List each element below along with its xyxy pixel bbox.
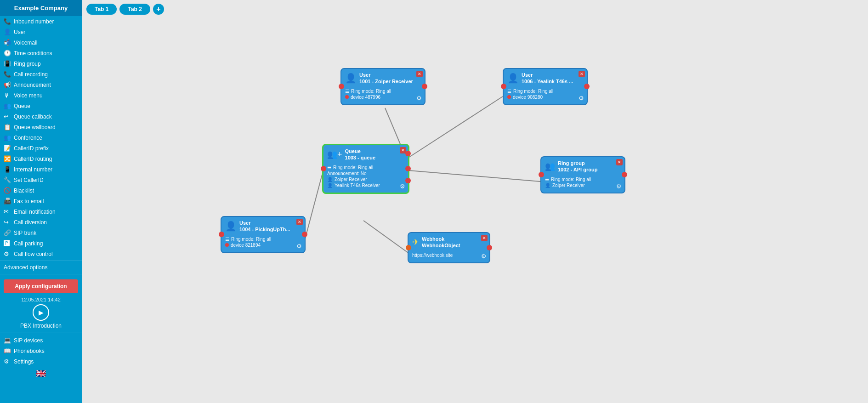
- sidebar-item-blacklist[interactable]: 🚫 Blacklist: [0, 185, 82, 196]
- card-body-user-1006: ☰ Ring mode: Ring all device 908280: [504, 87, 587, 104]
- card-header-webhook: ✈ Webhook WebhookObject ✕: [408, 233, 489, 251]
- sidebar-item-sip-devices[interactable]: 💻 SIP devices: [0, 335, 82, 346]
- sidebar-item-call-diversion[interactable]: ↪ Call diversion: [0, 217, 82, 227]
- queue-nav-icon: 👥: [4, 102, 11, 109]
- sidebar-item-callerid-routing[interactable]: 🔀 CallerID routing: [0, 153, 82, 164]
- advanced-options-label: Advanced options: [4, 264, 47, 271]
- sidebar-item-call-flow-control[interactable]: ⚙ Call flow control: [0, 249, 82, 259]
- user-icon: 👤: [4, 28, 11, 35]
- device-text: device 908280: [513, 95, 543, 100]
- sidebar-label: User: [14, 29, 25, 35]
- gear-user-1001[interactable]: ⚙: [416, 95, 422, 102]
- card-id: 1002 - API group: [558, 166, 597, 173]
- add-tab-button[interactable]: +: [153, 4, 164, 15]
- sidebar-item-ring-group[interactable]: 📳 Ring group: [0, 58, 82, 69]
- sidebar-item-inbound-number[interactable]: 📞 Inbound number: [0, 16, 82, 27]
- ring-mode-text: Ring mode: Ring all: [231, 237, 271, 242]
- sidebar-label: CallerID routing: [14, 156, 52, 162]
- device-text: device 487996: [351, 95, 380, 100]
- sidebar-label: Fax to email: [14, 198, 44, 204]
- flag: 🇬🇧: [0, 367, 82, 380]
- tab-2[interactable]: Tab 2: [119, 4, 150, 15]
- member2-row: 👤 Yealink T46s Receiver: [327, 183, 404, 188]
- sidebar-label: Email notification: [14, 209, 56, 215]
- play-button[interactable]: ▶: [33, 304, 49, 321]
- gear-user-1004[interactable]: ⚙: [296, 243, 302, 250]
- card-body-user-1004: ☰ Ring mode: Ring all device 821894: [221, 235, 305, 252]
- fax-icon: 📠: [4, 198, 11, 204]
- dot-right-webhook: [487, 245, 492, 250]
- gear-webhook[interactable]: ⚙: [481, 253, 487, 260]
- sidebar-item-internal-number[interactable]: 📱 Internal number: [0, 164, 82, 175]
- dot-mid-right-queue: [405, 166, 411, 171]
- close-user-1001[interactable]: ✕: [416, 71, 423, 77]
- svg-line-0: [304, 175, 322, 242]
- close-user-1006[interactable]: ✕: [579, 71, 585, 77]
- sidebar-item-queue[interactable]: 👥 Queue: [0, 101, 82, 111]
- close-ringgroup[interactable]: ✕: [616, 159, 623, 165]
- sidebar-item-callerid-prefix[interactable]: 📝 CallerID prefix: [0, 143, 82, 153]
- ring-mode-row: ☰ Ring mode: Ring all: [225, 237, 301, 242]
- card-id: 1001 - Zoiper Receiver: [359, 78, 413, 85]
- settings-icon: ⚙: [4, 358, 11, 365]
- card-type: User: [239, 220, 290, 226]
- sidebar-item-conference[interactable]: 👥 Conference: [0, 132, 82, 143]
- dot-left-ringgroup: [539, 172, 544, 177]
- ring-mode-text: Ring mode: Ring all: [551, 177, 591, 182]
- card-id: 1006 - Yealink T46s ...: [522, 78, 573, 85]
- card-type: User: [359, 72, 413, 78]
- dot-left-user1001: [339, 84, 344, 89]
- card-type: Webhook: [422, 236, 460, 242]
- sidebar-item-call-recording[interactable]: 📞 Call recording: [0, 69, 82, 79]
- sipdev-icon: 💻: [4, 337, 11, 344]
- sidebar-item-set-callerid[interactable]: 🔧 Set CallerID: [0, 175, 82, 185]
- sidebar-item-call-parking[interactable]: 🅿 Call parking: [0, 238, 82, 249]
- card-user-1001: 👤 User 1001 - Zoiper Receiver ✕ ☰ Ring m…: [340, 68, 425, 105]
- member-text: Zoiper Receiver: [552, 183, 585, 188]
- inbound-icon: 📞: [4, 18, 11, 25]
- connectors-svg: [82, 18, 868, 403]
- card-ringgroup: 👥 Ring group 1002 - API group ✕ ☰ Ring m…: [540, 156, 625, 193]
- voicemail-icon: 📬: [4, 39, 11, 46]
- gear-user-1006[interactable]: ⚙: [579, 95, 584, 102]
- sidebar-item-queue-callback[interactable]: ↩ Queue callback: [0, 111, 82, 122]
- sidebar-item-user[interactable]: 👤 User: [0, 27, 82, 37]
- sidebar-item-advanced-options[interactable]: Advanced options: [0, 262, 82, 272]
- gear-ringgroup[interactable]: ⚙: [616, 183, 622, 190]
- card-header-user-1006: 👤 User 1006 - Yealink T46s ... ✕: [504, 69, 587, 87]
- sidebar-label: CallerID prefix: [14, 145, 49, 152]
- ring-mode-icon: ☰: [507, 89, 511, 94]
- tab-1[interactable]: Tab 1: [86, 4, 117, 15]
- bl-icon: 🚫: [4, 187, 11, 194]
- sidebar-item-phonebooks[interactable]: 📖 Phonebooks: [0, 346, 82, 356]
- card-title-ringgroup: Ring group 1002 - API group: [558, 160, 597, 173]
- sidebar-label: Announcement: [14, 82, 51, 88]
- member-icon: 👤: [327, 177, 333, 182]
- dot-right-user1004: [302, 232, 307, 237]
- sidebar-item-voice-menu[interactable]: 🎙 Voice menu: [0, 90, 82, 101]
- sidebar-item-email-notification[interactable]: ✉ Email notification: [0, 206, 82, 217]
- card-webhook: ✈ Webhook WebhookObject ✕ https://webhoo…: [408, 232, 490, 263]
- timestamp: 12.05.2021 14:42: [0, 297, 82, 302]
- sidebar-item-announcement[interactable]: 📢 Announcement: [0, 79, 82, 90]
- sidebar-item-settings[interactable]: ⚙ Settings: [0, 356, 82, 367]
- close-webhook[interactable]: ✕: [481, 235, 488, 241]
- sidebar-label: Internal number: [14, 166, 52, 173]
- email-icon: ✉: [4, 208, 11, 215]
- user-card-icon-1004: 👤: [225, 221, 237, 232]
- apply-config-button[interactable]: Apply configuration: [4, 279, 78, 293]
- svg-line-2: [403, 96, 503, 161]
- close-user-1004[interactable]: ✕: [296, 219, 303, 225]
- sidebar-label: Settings: [14, 358, 34, 365]
- sidebar-item-queue-wallboard[interactable]: 📋 Queue wallboard: [0, 122, 82, 132]
- ring-mode-icon: ☰: [345, 89, 349, 94]
- device-status-dot: [345, 95, 349, 99]
- sidebar-item-voicemail[interactable]: 📬 Voicemail: [0, 37, 82, 48]
- sidebar-divider2: [0, 274, 82, 274]
- sidebar-item-time-conditions[interactable]: 🕐 Time conditions: [0, 48, 82, 58]
- card-body-user-1001: ☰ Ring mode: Ring all device 487996: [341, 87, 425, 104]
- gear-queue[interactable]: ⚙: [400, 183, 405, 190]
- sidebar-item-sip-trunk[interactable]: 🔗 SIP trunk: [0, 227, 82, 238]
- ring-mode-row: ☰ Ring mode: Ring all: [545, 177, 621, 182]
- sidebar-item-fax-to-email[interactable]: 📠 Fax to email: [0, 196, 82, 206]
